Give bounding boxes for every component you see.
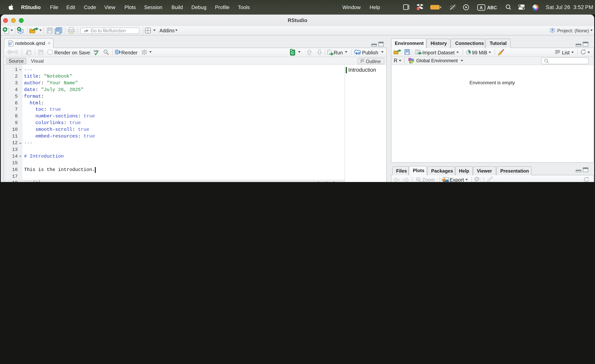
svg-text:ABC: ABC [93, 49, 99, 52]
svg-text:A: A [480, 5, 483, 10]
svg-text:ABC: ABC [487, 5, 497, 10]
svg-text:R: R [552, 28, 554, 31]
svg-text:2: 2 [418, 7, 419, 10]
